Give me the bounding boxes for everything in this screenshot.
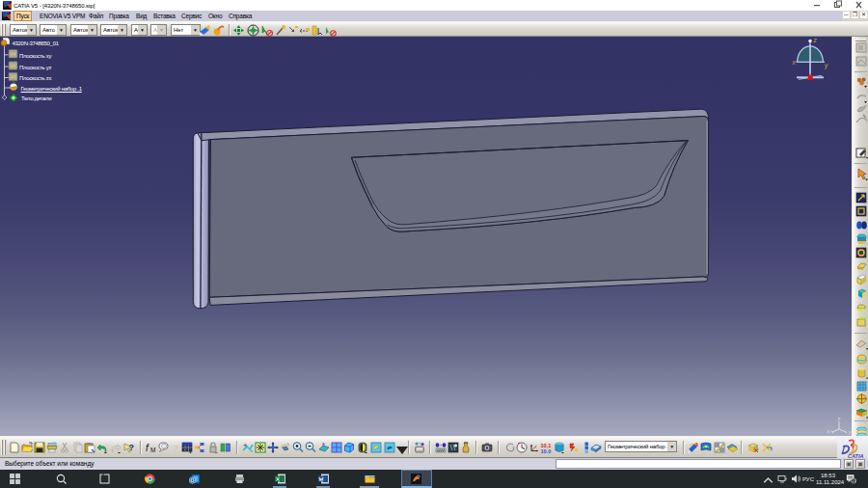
svg-text:10,0: 10,0 (541, 448, 552, 454)
svg-text:?: ? (174, 444, 178, 452)
svg-text:M: M (150, 447, 155, 453)
svg-text:x: x (827, 428, 830, 434)
svg-text:x: x (792, 59, 797, 66)
svg-text:z: z (813, 37, 818, 43)
svg-text:z: z (838, 416, 841, 421)
svg-text:14: 14 (852, 479, 855, 483)
svg-text:f: f (146, 443, 149, 453)
svg-text:?: ? (129, 443, 135, 452)
svg-text:y: y (824, 62, 828, 69)
